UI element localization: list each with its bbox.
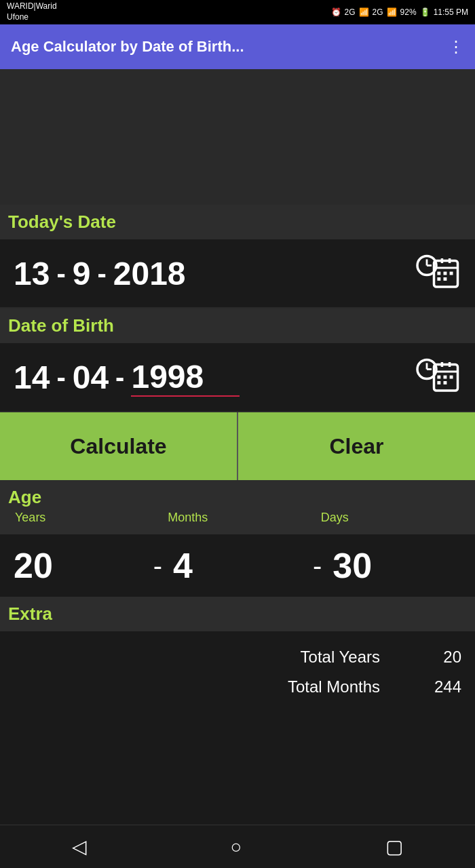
years-label: Years [8,511,161,525]
todays-month: 9 [73,255,91,292]
svg-rect-23 [444,381,447,384]
todays-date-row: 13 - 9 - 2018 [0,239,475,309]
calculate-button[interactable]: Calculate [0,412,238,480]
nav-bar: ◁ ○ ▢ [0,825,475,868]
signal-bar-2: 📶 [387,7,397,17]
dob-sep1: - [56,362,65,393]
clear-button[interactable]: Clear [238,412,475,480]
svg-rect-8 [444,272,447,275]
status-bar: WARID|Warid Ufone ⏰ 2G 📶 2G 📶 92% 🔋 11:5… [0,0,475,24]
days-label: Days [314,511,467,525]
extra-total-years-row: Total Years 20 [14,642,461,672]
menu-icon[interactable]: ⋮ [448,37,464,56]
age-sep1: - [149,551,166,581]
ad-banner [0,69,475,205]
signal-bar-1: 📶 [359,7,369,17]
age-values-row: 20 - 4 - 30 [0,534,475,597]
action-buttons: Calculate Clear [0,412,475,480]
extra-section: Extra [0,597,475,631]
svg-rect-21 [450,376,453,379]
dob-sep2: - [115,362,124,393]
total-years-label: Total Years [301,648,380,667]
age-months-value: 4 [166,545,309,586]
battery-percent: 92% [400,7,417,17]
signal-2g-1: 2G [345,7,356,17]
age-section: Age Years Months Days [0,480,475,534]
app-bar: Age Calculator by Date of Birth... ⋮ [0,24,475,69]
status-icons: ⏰ 2G 📶 2G 📶 92% 🔋 11:55 PM [331,7,468,17]
svg-rect-20 [444,376,447,379]
extra-total-months-row: Total Months 244 [14,672,461,702]
svg-rect-22 [437,381,440,384]
dob-month: 04 [73,359,109,396]
dob-label: Date of Birth [0,309,475,343]
age-years-value: 20 [7,545,149,586]
total-years-value: 20 [421,648,461,667]
dob-date-parts: 14 - 04 - [14,358,413,397]
months-label: Months [161,511,314,525]
carrier-warid: WARID|Warid [7,1,57,12]
age-sep2: - [309,551,326,581]
todays-sep1: - [56,258,65,289]
svg-rect-10 [437,277,440,281]
age-title: Age [8,487,467,508]
battery-icon: 🔋 [420,7,430,17]
back-button[interactable]: ◁ [72,835,87,858]
age-days-value: 30 [326,545,468,586]
todays-date-label: Today's Date [0,205,475,239]
home-button[interactable]: ○ [231,836,242,858]
carrier-info: WARID|Warid Ufone [7,1,57,22]
todays-year: 2018 [113,255,186,292]
carrier-ufone: Ufone [7,12,57,23]
extra-table: Total Years 20 Total Months 244 [0,631,475,713]
dob-day: 14 [14,359,50,396]
todays-date-parts: 13 - 9 - 2018 [14,255,413,292]
dob-calendar-icon[interactable] [413,353,461,401]
todays-sep2: - [97,258,106,289]
todays-date-calendar-icon[interactable] [413,249,461,298]
total-months-value: 244 [421,677,461,696]
todays-day: 13 [14,255,50,292]
recent-apps-button[interactable]: ▢ [385,835,403,858]
dob-row: 14 - 04 - [0,343,475,412]
time-display: 11:55 PM [434,7,468,17]
age-labels-row: Years Months Days [8,508,467,528]
svg-rect-7 [437,272,440,275]
svg-rect-19 [437,376,440,379]
total-months-label: Total Months [288,677,380,696]
signal-2g-2: 2G [373,7,383,17]
app-title: Age Calculator by Date of Birth... [11,38,244,56]
extra-title: Extra [8,604,467,625]
dob-year-input[interactable] [131,358,240,397]
alarm-icon: ⏰ [331,7,341,17]
svg-rect-11 [444,277,447,281]
svg-rect-9 [450,272,453,275]
